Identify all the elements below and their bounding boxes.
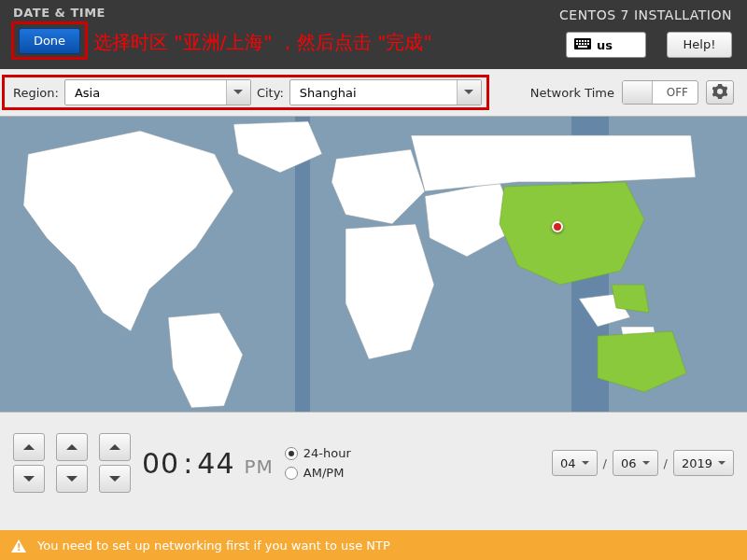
region-value: Asia (75, 86, 100, 100)
hour-down-button[interactable] (13, 465, 45, 493)
ampm-spinner (99, 433, 131, 493)
network-time-toggle[interactable]: OFF (622, 80, 698, 105)
svg-rect-10 (587, 43, 589, 45)
date-group: 04 / 06 / 2019 (552, 450, 734, 476)
ampm-up-button[interactable] (99, 433, 131, 461)
chevron-down-icon (226, 80, 250, 105)
network-time-label: Network Time (530, 86, 614, 100)
svg-rect-8 (582, 43, 584, 45)
month-dropdown[interactable]: 04 (552, 450, 598, 476)
network-time-group: Network Time OFF (530, 80, 734, 105)
radio-ampm[interactable]: AM/PM (285, 466, 351, 480)
region-label: Region: (13, 86, 59, 100)
world-map-svg (0, 117, 747, 413)
radio-dot-icon (285, 447, 298, 460)
svg-rect-5 (587, 40, 589, 42)
ampm-value: PM (244, 455, 273, 478)
warning-icon (11, 532, 26, 553)
settings-row: Region: Asia City: Shanghai Network Time… (0, 69, 747, 116)
city-label: City: (257, 86, 284, 100)
svg-rect-1 (576, 40, 578, 42)
city-value: Shanghai (300, 86, 357, 100)
keyboard-layout-label: us (597, 38, 613, 52)
radio-ampm-label: AM/PM (303, 466, 345, 480)
radio-24hour[interactable]: 24-hour (285, 446, 351, 460)
year-dropdown[interactable]: 2019 (673, 450, 734, 476)
keyboard-icon (574, 38, 591, 52)
hours-value: 00 (142, 447, 179, 480)
minute-down-button[interactable] (56, 465, 88, 493)
svg-rect-6 (576, 43, 578, 45)
minutes-value: 44 (197, 447, 234, 480)
done-button[interactable]: Done (19, 28, 80, 54)
svg-rect-11 (578, 46, 587, 48)
city-combobox[interactable]: Shanghai (289, 79, 482, 105)
location-pin-icon (552, 221, 563, 232)
time-display: 00 : 44 PM (142, 447, 274, 480)
bottom-controls: 00 : 44 PM 24-hour AM/PM 04 / 06 / 2019 (0, 413, 747, 513)
ampm-down-button[interactable] (99, 465, 131, 493)
warning-bar: You need to set up networking first if y… (0, 530, 747, 560)
help-button[interactable]: Help! (667, 32, 732, 58)
timezone-map[interactable] (0, 116, 747, 413)
date-separator: / (603, 456, 607, 470)
svg-rect-7 (579, 43, 581, 45)
ntp-settings-button[interactable] (706, 80, 734, 105)
region-combobox[interactable]: Asia (64, 79, 251, 105)
minute-up-button[interactable] (56, 433, 88, 461)
chevron-down-icon (457, 80, 481, 105)
radio-dot-icon (285, 467, 298, 480)
hour-spinner (13, 433, 45, 493)
hour-up-button[interactable] (13, 433, 45, 461)
annotation-text: 选择时区 "亚洲/上海" ，然后点击 "完成" (93, 30, 432, 55)
gear-icon (712, 84, 727, 102)
time-format-group: 24-hour AM/PM (285, 446, 351, 480)
date-separator: / (664, 456, 668, 470)
keyboard-layout-indicator[interactable]: us (566, 32, 646, 58)
page-title: DATE & TIME (13, 6, 106, 20)
svg-rect-2 (579, 40, 581, 42)
day-dropdown[interactable]: 06 (613, 450, 658, 476)
installer-title: CENTOS 7 INSTALLATION (559, 7, 732, 22)
year-value: 2019 (682, 456, 712, 470)
radio-24hour-label: 24-hour (303, 446, 351, 460)
svg-rect-3 (582, 40, 584, 42)
time-separator: : (183, 447, 193, 480)
header-bar: DATE & TIME Done 选择时区 "亚洲/上海" ，然后点击 "完成"… (0, 0, 747, 69)
day-value: 06 (621, 456, 637, 470)
minute-spinner (56, 433, 88, 493)
svg-rect-9 (585, 43, 586, 45)
month-value: 04 (560, 456, 576, 470)
warning-text: You need to set up networking first if y… (37, 539, 390, 553)
toggle-state-label: OFF (667, 86, 688, 99)
svg-rect-4 (585, 40, 586, 42)
toggle-knob (623, 81, 653, 104)
